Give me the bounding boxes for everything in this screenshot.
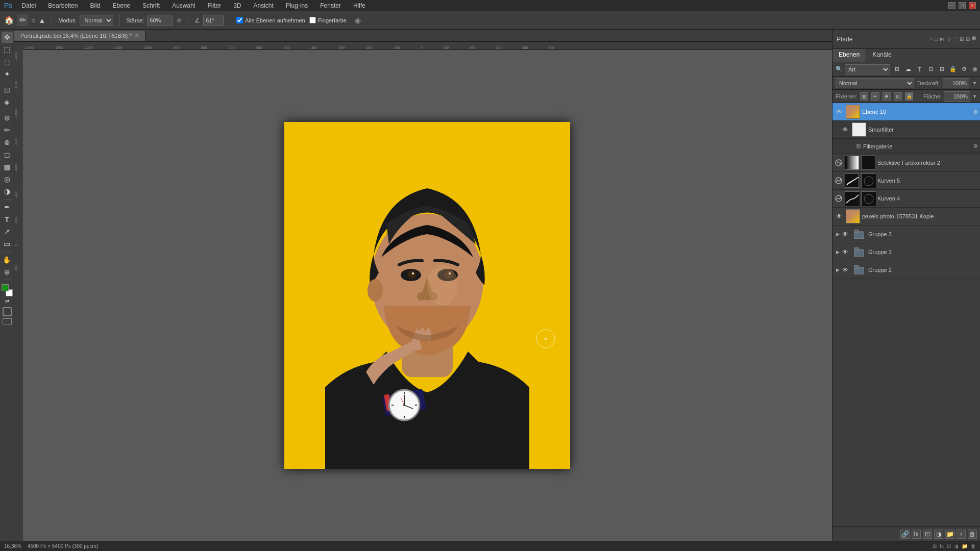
- quick-mask-icon[interactable]: [3, 307, 12, 316]
- lock-artboard-btn[interactable]: ⊡: [894, 92, 902, 101]
- document-tab[interactable]: Portrait.psdc bei 16,4% (Ebene 10, RGB/8…: [14, 31, 145, 41]
- sample-all-checkbox[interactable]: [236, 17, 243, 23]
- layer-icon-btn-1[interactable]: ⊞: [892, 65, 901, 74]
- lock-position-btn[interactable]: ✥: [883, 92, 891, 101]
- lock-all-btn[interactable]: 🔒: [905, 92, 913, 101]
- group3-expand[interactable]: ▶: [835, 231, 841, 237]
- layer-smartfilter[interactable]: 👁 Smartfilter: [832, 121, 980, 139]
- layer-photo-copy-visibility[interactable]: 👁: [835, 212, 844, 221]
- smudge-tool-icon[interactable]: ○: [31, 16, 35, 24]
- magic-wand-tool[interactable]: ✦: [2, 68, 13, 80]
- adjustment-layer-btn[interactable]: ◑: [934, 530, 943, 539]
- paths-icon-7[interactable]: ⊟: [966, 36, 970, 42]
- layer-smartfilter-visibility[interactable]: 👁: [841, 125, 850, 134]
- opacity-input[interactable]: [943, 78, 969, 88]
- menu-ebene[interactable]: Ebene: [109, 2, 133, 9]
- paths-icon-2[interactable]: □: [935, 36, 938, 42]
- rectangular-select-tool[interactable]: ⬚: [2, 44, 13, 55]
- menu-bild[interactable]: Bild: [87, 2, 103, 9]
- path-select-tool[interactable]: ↗: [2, 226, 13, 237]
- menu-bearbeiten[interactable]: Bearbeiten: [45, 2, 81, 9]
- close-tab-icon[interactable]: ✕: [135, 33, 139, 38]
- layer-ebene10[interactable]: 👁 Ebene 10 ⚙: [832, 103, 980, 121]
- zoom-tool[interactable]: ⊕: [2, 266, 13, 278]
- text-tool[interactable]: T: [2, 214, 13, 225]
- paths-icon-1[interactable]: ○: [929, 36, 933, 42]
- paths-icon-4[interactable]: ◇: [947, 36, 951, 42]
- layers-tab[interactable]: Ebenen: [832, 49, 866, 62]
- maximize-button[interactable]: □: [959, 2, 966, 9]
- blur-tool[interactable]: ◎: [2, 173, 13, 185]
- new-layer-btn[interactable]: +: [957, 530, 966, 539]
- add-mask-btn[interactable]: ⊡: [923, 530, 932, 539]
- canvas-viewport[interactable]: [22, 50, 832, 541]
- layer-type-select[interactable]: Art: [845, 64, 890, 74]
- healing-brush-tool[interactable]: ⊕: [2, 112, 13, 123]
- eyedropper-tool[interactable]: ◈: [2, 96, 13, 108]
- layer-icon-btn-6[interactable]: 🔒: [948, 65, 958, 74]
- pen-tool[interactable]: ✒: [2, 202, 13, 213]
- paths-icon-5[interactable]: ⬚: [953, 36, 958, 42]
- swap-colors-icon[interactable]: ⇄: [5, 298, 9, 304]
- lasso-tool[interactable]: ◌: [2, 56, 13, 67]
- brush-tool[interactable]: ✏: [2, 124, 13, 136]
- strength-input[interactable]: [147, 15, 173, 26]
- layer-filtergalerie-options[interactable]: ⚙: [973, 143, 978, 149]
- eraser-tool[interactable]: ◻: [2, 149, 13, 160]
- blend-mode-select[interactable]: Normal: [836, 78, 914, 88]
- layer-curves4[interactable]: Kurven 4: [832, 190, 980, 208]
- minimize-button[interactable]: ─: [948, 2, 955, 9]
- layer-group3[interactable]: ▶ 👁 Gruppe 3: [832, 226, 980, 243]
- mode-select[interactable]: Normal: [80, 15, 113, 26]
- fingercolor-checkbox[interactable]: [309, 17, 316, 23]
- channels-tab[interactable]: Kanäle: [866, 49, 898, 62]
- menu-ansicht[interactable]: Ansicht: [251, 2, 277, 9]
- new-group-btn[interactable]: 📁: [945, 530, 954, 539]
- lock-transparent-btn[interactable]: ▥: [860, 92, 868, 101]
- crop-tool[interactable]: ⊡: [2, 84, 13, 95]
- layer-ebene10-visibility[interactable]: 👁: [835, 107, 844, 116]
- delete-layer-btn[interactable]: 🗑: [968, 530, 977, 539]
- move-tool[interactable]: ✥: [2, 32, 13, 43]
- layer-ebene10-options[interactable]: ⚙: [973, 109, 978, 115]
- menu-datei[interactable]: Datei: [18, 2, 39, 9]
- fill-input[interactable]: [944, 91, 970, 102]
- hand-tool[interactable]: ✋: [2, 254, 13, 265]
- menu-fenster[interactable]: Fenster: [317, 2, 344, 9]
- layer-curves5[interactable]: Kurven 5: [832, 172, 980, 190]
- layer-photo-copy[interactable]: 👁 pexels-photo-1578531 Kopie: [832, 208, 980, 226]
- link-layers-btn[interactable]: 🔗: [900, 530, 910, 539]
- shape-tool[interactable]: ▭: [2, 238, 13, 249]
- layer-filtergalerie[interactable]: 👁 ⛓ Filtergalerie ⚙: [832, 139, 980, 154]
- paths-icon-3[interactable]: ⋈: [940, 36, 945, 42]
- menu-filter[interactable]: Filter: [205, 2, 225, 9]
- group1-expand[interactable]: ▶: [835, 249, 841, 255]
- layer-group2[interactable]: ▶ 👁 Gruppe 2: [832, 261, 980, 279]
- paths-icon-6[interactable]: ⊞: [960, 36, 964, 42]
- home-icon[interactable]: 🏠: [4, 15, 14, 25]
- layer-icon-btn-5[interactable]: ⊟: [937, 65, 946, 74]
- layer-icon-btn-4[interactable]: ⊡: [926, 65, 935, 74]
- lock-image-btn[interactable]: ✏: [871, 92, 879, 101]
- layer-group3-visibility[interactable]: 👁: [841, 230, 850, 239]
- menu-schrift[interactable]: Schrift: [139, 2, 163, 9]
- menu-3d[interactable]: 3D: [230, 2, 244, 9]
- menu-hilfe[interactable]: Hilfe: [350, 2, 369, 9]
- layer-icon-btn-2[interactable]: ☁: [903, 65, 913, 74]
- dodge-tool[interactable]: ◑: [2, 186, 13, 197]
- layer-selective-color2[interactable]: Selektive Farbkorrektur 2: [832, 154, 980, 172]
- stamp-tool[interactable]: ⊗: [2, 137, 13, 148]
- group2-expand[interactable]: ▶: [835, 267, 841, 273]
- foreground-color-swatch[interactable]: [2, 284, 9, 291]
- layer-style-btn[interactable]: fx: [912, 530, 921, 539]
- angle-input[interactable]: [203, 15, 224, 26]
- layer-group1-visibility[interactable]: 👁: [841, 247, 850, 257]
- gradient-tool[interactable]: ▥: [2, 161, 13, 172]
- brush-tool-icon[interactable]: ✏: [17, 14, 28, 26]
- layer-group1[interactable]: ▶ 👁 Gruppe 1: [832, 243, 980, 261]
- menu-plugins[interactable]: Plug-ins: [283, 2, 311, 9]
- layer-icon-btn-7[interactable]: ⚙: [960, 65, 969, 74]
- screen-mode-icon[interactable]: [3, 318, 12, 324]
- sharpen-tool-icon[interactable]: ▲: [38, 16, 45, 24]
- layer-icon-btn-3[interactable]: T: [915, 65, 924, 74]
